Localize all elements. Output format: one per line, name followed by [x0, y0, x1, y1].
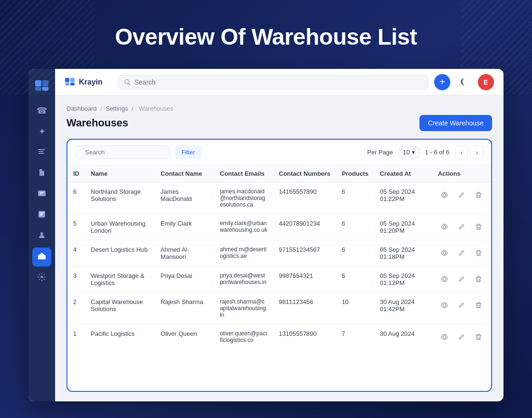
cell-phone: 13105557890: [273, 324, 336, 350]
table-search[interactable]: [75, 145, 170, 159]
table-card: Filter Per Page 10 ▾ 1 - 6 of 6 ‹ ›: [66, 139, 492, 392]
svg-point-9: [40, 232, 43, 235]
cell-products: 7: [336, 324, 374, 350]
sidebar-item-messages[interactable]: [32, 185, 51, 204]
cell-products: 6: [336, 240, 374, 266]
cell-id: 6: [67, 182, 85, 214]
per-page-select[interactable]: 10 ▾: [399, 146, 419, 158]
theme-toggle[interactable]: [456, 74, 472, 90]
edit-button[interactable]: [455, 298, 468, 312]
calls-icon: ☎: [37, 105, 47, 116]
svg-rect-6: [38, 153, 44, 154]
brand-icon: [65, 76, 75, 88]
cell-created: 30 Aug 2024: [374, 324, 432, 350]
svg-point-20: [443, 251, 446, 254]
cell-phone: 14165557890: [273, 182, 336, 214]
breadcrumb-settings[interactable]: Settings: [105, 105, 128, 112]
add-button[interactable]: +: [434, 74, 450, 90]
svg-point-19: [443, 225, 446, 228]
table-search-input[interactable]: [85, 149, 165, 156]
messages-icon: [38, 189, 46, 200]
edit-button[interactable]: [455, 272, 468, 285]
svg-rect-15: [70, 83, 75, 86]
page-header: Warehouses Create Warehouse: [66, 115, 492, 131]
cell-contact-name: James MacDonald: [155, 182, 214, 214]
table-header-row: ID Name Contact Name Contact Emails Cont…: [67, 165, 491, 182]
svg-rect-7: [38, 190, 46, 196]
cell-contact-name: Oliver Queen: [155, 324, 214, 350]
view-button[interactable]: [438, 220, 451, 233]
edit-button[interactable]: [455, 188, 468, 201]
pagination-text: 1 - 6 of 6: [425, 149, 449, 156]
sidebar-item-users[interactable]: [32, 227, 51, 246]
warehouse-table: ID Name Contact Name Contact Emails Cont…: [67, 165, 491, 349]
delete-button[interactable]: [472, 298, 485, 312]
next-page-button[interactable]: ›: [470, 146, 484, 159]
sidebar: ☎ ✦: [28, 69, 55, 401]
contacts-icon: ✦: [38, 126, 46, 137]
cell-actions: [432, 266, 491, 293]
table-row: 3 Westport Storage & Logistics Priya Des…: [67, 266, 491, 293]
edit-button[interactable]: [455, 220, 468, 233]
cell-id: 4: [67, 240, 85, 266]
cell-name: Northland Storage Solutions: [85, 182, 155, 214]
table-row: 2 Capital Warehouse Solutions Rajesh Sha…: [67, 293, 491, 324]
view-button[interactable]: [438, 246, 451, 259]
create-warehouse-button[interactable]: Create Warehouse: [419, 115, 492, 131]
cell-contact-name: Rajesh Sharma: [155, 293, 214, 324]
global-search[interactable]: [118, 75, 428, 89]
delete-button[interactable]: [472, 188, 485, 201]
table-row: 1 Pacific Logistics Oliver Queen oliver.…: [67, 324, 491, 350]
sidebar-item-contacts[interactable]: ✦: [32, 122, 51, 141]
sidebar-item-tasks[interactable]: [32, 143, 51, 162]
global-search-input[interactable]: [134, 78, 422, 86]
breadcrumb-dashboard[interactable]: Dashboard: [66, 105, 97, 112]
table-row: 6 Northland Storage Solutions James MacD…: [67, 182, 491, 214]
breadcrumb: Dashboard / Settings / Warehouses: [66, 105, 492, 112]
per-page-value: 10: [403, 149, 409, 156]
col-actions: Actions: [432, 165, 491, 182]
table-row: 4 Desert Logistics Hub Ahmed Al-Mansoori…: [67, 240, 491, 266]
cell-actions: [432, 240, 491, 266]
edit-button[interactable]: [455, 330, 468, 343]
page-area: Dashboard / Settings / Warehouses Wareho…: [55, 95, 504, 401]
brand: Krayin: [65, 76, 112, 88]
delete-button[interactable]: [472, 220, 485, 233]
sidebar-logo: [32, 76, 51, 92]
svg-point-22: [443, 304, 446, 306]
svg-rect-13: [70, 78, 75, 82]
user-avatar[interactable]: E: [478, 74, 494, 90]
notes-icon: [38, 210, 46, 221]
cell-products: 5: [336, 266, 374, 293]
chevron-down-icon: ▾: [412, 149, 415, 156]
edit-button[interactable]: [455, 246, 468, 259]
delete-button[interactable]: [472, 272, 485, 285]
delete-button[interactable]: [472, 330, 485, 343]
cell-actions: [432, 293, 491, 324]
view-button[interactable]: [438, 272, 451, 285]
per-page-label: Per Page: [367, 149, 393, 156]
page-title: Warehouses: [66, 117, 128, 129]
cell-created: 05 Sep 2024 01:18PM: [374, 240, 432, 266]
sidebar-item-files[interactable]: [32, 164, 51, 183]
sidebar-item-warehouse[interactable]: [32, 247, 51, 266]
col-name: Name: [85, 165, 155, 182]
cell-name: Westport Storage & Logistics: [85, 266, 155, 293]
filter-button[interactable]: Filter: [175, 145, 202, 159]
cell-contact-name: Priya Desai: [155, 266, 214, 293]
svg-rect-0: [35, 80, 41, 86]
warehouse-icon: [38, 252, 46, 263]
sidebar-item-notes[interactable]: [32, 206, 51, 225]
prev-page-button[interactable]: ‹: [455, 146, 468, 159]
svg-rect-12: [65, 78, 69, 82]
view-button[interactable]: [438, 330, 451, 343]
sidebar-item-settings[interactable]: [32, 268, 51, 287]
view-button[interactable]: [438, 298, 451, 312]
svg-point-11: [41, 276, 43, 278]
view-button[interactable]: [438, 188, 451, 201]
svg-rect-1: [42, 80, 48, 86]
sidebar-item-calls[interactable]: ☎: [32, 101, 51, 120]
delete-button[interactable]: [472, 246, 485, 259]
svg-rect-14: [65, 83, 69, 86]
cell-name: Urban Warehousing London: [85, 214, 155, 240]
